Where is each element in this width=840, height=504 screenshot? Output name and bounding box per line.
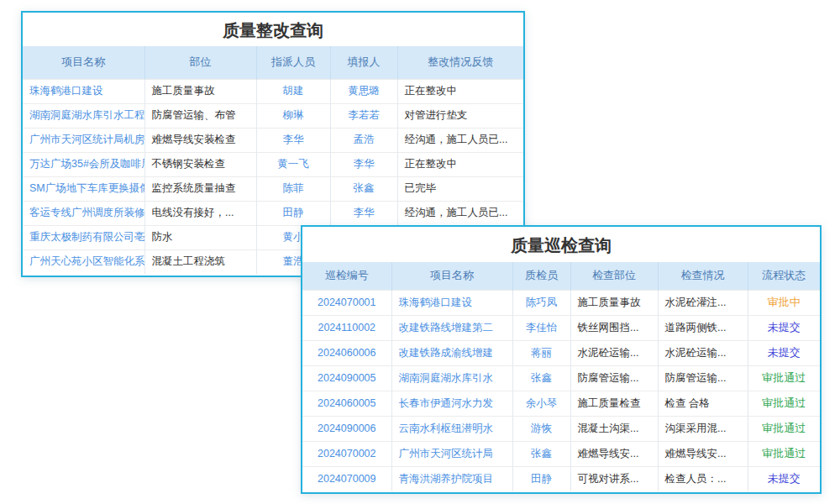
project-name-cell[interactable]: 长春市伊通河水力发 <box>391 391 512 416</box>
check-location-cell: 水泥砼运输... <box>570 340 658 365</box>
project-name-cell[interactable]: 改建铁路成渝线增建 <box>391 340 512 365</box>
table-row: 2024110002改建铁路线增建第二李佳怡铁丝网围挡...道路两侧铁...未提… <box>302 315 820 340</box>
reporter-cell[interactable]: 孟浩 <box>330 128 397 152</box>
check-location-cell: 可视对讲系... <box>570 466 658 491</box>
table-row: 广州市天河区统计局机房改难燃导线安装检查李华孟浩经沟通，施工人员已... <box>23 128 523 152</box>
reporter-cell[interactable]: 李华 <box>330 201 397 225</box>
location-cell: 难燃导线安装检查 <box>144 128 256 152</box>
inspector-cell[interactable]: 田静 <box>512 466 570 491</box>
check-location-cell: 防腐管运输... <box>570 365 658 391</box>
table-row: 珠海鹤港口建设施工质量事故胡建黄思璐正在整改中 <box>23 79 523 103</box>
inspector-cell[interactable]: 张鑫 <box>512 365 570 391</box>
quality-inspection-panel: 质量巡检查询 巡检编号项目名称质检员检查部位检查情况流程状态2024070001… <box>301 225 822 494</box>
workflow-status-cell: 未提交 <box>748 315 820 340</box>
table-row: 湖南洞庭湖水库引水工程施防腐管运输、布管柳琳李若若对管进行垫支 <box>23 103 523 128</box>
reporter-cell[interactable]: 黄思璐 <box>330 79 397 103</box>
inspection-id-cell[interactable]: 2024070001 <box>302 290 391 315</box>
column-header: 检查情况 <box>658 262 748 290</box>
project-name-cell[interactable]: 湖南洞庭湖水库引水工程施 <box>23 103 144 128</box>
location-cell: 混凝土工程浇筑 <box>144 249 256 274</box>
table-row: 2024090005湖南洞庭湖水库引水张鑫防腐管运输...防腐管运输...审批通… <box>302 365 820 391</box>
check-result-cell: 道路两侧铁... <box>658 315 748 340</box>
inspection-id-cell[interactable]: 2024070002 <box>302 441 391 466</box>
workflow-status-cell: 未提交 <box>748 466 820 491</box>
workflow-status-cell: 审批通过 <box>748 441 820 466</box>
column-header: 部位 <box>144 46 256 79</box>
check-location-cell: 铁丝网围挡... <box>570 315 658 340</box>
column-header: 项目名称 <box>23 46 144 79</box>
assignee-cell[interactable]: 田静 <box>256 201 330 225</box>
feedback-cell: 经沟通，施工人员已... <box>397 201 523 225</box>
project-name-cell[interactable]: 青海洪湖养护院项目 <box>391 466 512 491</box>
project-name-cell[interactable]: 重庆太极制药有限公司亳州 <box>23 225 144 249</box>
location-cell: 防水 <box>144 225 256 249</box>
inspector-cell[interactable]: 陈巧凤 <box>512 290 570 315</box>
assignee-cell[interactable]: 李华 <box>256 128 330 152</box>
assignee-cell[interactable]: 黄一飞 <box>256 152 330 176</box>
table-header-row: 巡检编号项目名称质检员检查部位检查情况流程状态 <box>302 262 820 290</box>
check-location-cell: 施工质量检查 <box>570 391 658 416</box>
project-name-cell[interactable]: 广州市天河区统计局 <box>391 441 512 466</box>
location-cell: 电线没有接好，... <box>144 201 256 225</box>
inspection-id-cell[interactable]: 2024060006 <box>302 340 391 365</box>
column-header: 巡检编号 <box>302 262 391 290</box>
workflow-status-cell: 未提交 <box>748 340 820 365</box>
table-row: 2024070009青海洪湖养护院项目田静可视对讲系...检查人员：...未提交 <box>302 466 820 491</box>
project-name-cell[interactable]: 广州市天河区统计局机房改 <box>23 128 144 152</box>
column-header: 指派人员 <box>256 46 330 79</box>
column-header: 填报人 <box>330 46 397 79</box>
project-name-cell[interactable]: 云南水利枢纽潜明水 <box>391 416 512 441</box>
table-row: 客运专线广州调度所装修项电线没有接好，...田静李华经沟通，施工人员已... <box>23 201 523 225</box>
table-header-row: 项目名称部位指派人员填报人整改情况反馈 <box>23 46 523 79</box>
table-row: 2024060006改建铁路成渝线增建蒋丽水泥砼运输...水泥砼运输...未提交 <box>302 340 820 365</box>
project-name-cell[interactable]: 万达广场35#会所及咖啡厅 <box>23 152 144 176</box>
column-header: 项目名称 <box>391 262 512 290</box>
rectification-panel-title: 质量整改查询 <box>23 13 523 46</box>
inspector-cell[interactable]: 张鑫 <box>512 441 570 466</box>
feedback-cell: 对管进行垫支 <box>397 103 523 128</box>
table-row: 2024070001珠海鹤港口建设陈巧凤施工质量事故水泥砼灌注...审批中 <box>302 290 820 315</box>
table-row: SM广场地下车库更换摄像监控系统质量抽查陈菲张鑫已完毕 <box>23 176 523 201</box>
check-result-cell: 水泥砼运输... <box>658 340 748 365</box>
inspector-cell[interactable]: 余小琴 <box>512 391 570 416</box>
feedback-cell: 正在整改中 <box>397 152 523 176</box>
location-cell: 监控系统质量抽查 <box>144 176 256 201</box>
inspector-cell[interactable]: 游恢 <box>512 416 570 441</box>
inspection-id-cell[interactable]: 2024090005 <box>302 365 391 391</box>
assignee-cell[interactable]: 柳琳 <box>256 103 330 128</box>
feedback-cell: 已完毕 <box>397 176 523 201</box>
reporter-cell[interactable]: 张鑫 <box>330 176 397 201</box>
project-name-cell[interactable]: 客运专线广州调度所装修项 <box>23 201 144 225</box>
workflow-status-cell: 审批通过 <box>748 391 820 416</box>
inspection-id-cell[interactable]: 2024070009 <box>302 466 391 491</box>
check-location-cell: 混凝土沟渠... <box>570 416 658 441</box>
inspection-id-cell[interactable]: 2024090006 <box>302 416 391 441</box>
reporter-cell[interactable]: 李华 <box>330 152 397 176</box>
feedback-cell: 经沟通，施工人员已... <box>397 128 523 152</box>
table-row: 2024060005长春市伊通河水力发余小琴施工质量检查检查 合格审批通过 <box>302 391 820 416</box>
workflow-status-cell: 审批通过 <box>748 365 820 391</box>
project-name-cell[interactable]: SM广场地下车库更换摄像 <box>23 176 144 201</box>
check-result-cell: 检查人员：... <box>658 466 748 491</box>
inspector-cell[interactable]: 蒋丽 <box>512 340 570 365</box>
inspection-id-cell[interactable]: 2024110002 <box>302 315 391 340</box>
project-name-cell[interactable]: 改建铁路线增建第二 <box>391 315 512 340</box>
table-row: 2024090006云南水利枢纽潜明水游恢混凝土沟渠...沟渠采用混...审批通… <box>302 416 820 441</box>
project-name-cell[interactable]: 广州天心苑小区智能化系统 <box>23 249 144 274</box>
assignee-cell[interactable]: 陈菲 <box>256 176 330 201</box>
inspector-cell[interactable]: 李佳怡 <box>512 315 570 340</box>
workflow-status-cell: 审批通过 <box>748 416 820 441</box>
inspection-id-cell[interactable]: 2024060005 <box>302 391 391 416</box>
reporter-cell[interactable]: 李若若 <box>330 103 397 128</box>
assignee-cell[interactable]: 胡建 <box>256 79 330 103</box>
project-name-cell[interactable]: 珠海鹤港口建设 <box>23 79 144 103</box>
feedback-cell: 正在整改中 <box>397 79 523 103</box>
column-header: 检查部位 <box>570 262 658 290</box>
project-name-cell[interactable]: 湖南洞庭湖水库引水 <box>391 365 512 391</box>
inspection-panel-title: 质量巡检查询 <box>302 227 820 262</box>
location-cell: 防腐管运输、布管 <box>144 103 256 128</box>
project-name-cell[interactable]: 珠海鹤港口建设 <box>391 290 512 315</box>
check-result-cell: 难燃导线安... <box>658 441 748 466</box>
column-header: 整改情况反馈 <box>397 46 523 79</box>
check-result-cell: 沟渠采用混... <box>658 416 748 441</box>
